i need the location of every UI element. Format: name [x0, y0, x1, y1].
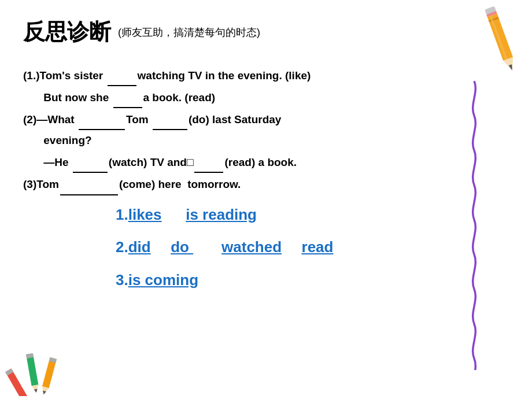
- blank-3-1: [60, 173, 118, 195]
- answer-2-read: read: [302, 238, 334, 256]
- answer-2-do: do: [171, 238, 193, 256]
- svg-marker-13: [32, 385, 40, 393]
- questions-section: (1.)Tom's sister watching TV in the even…: [23, 64, 509, 195]
- question-2a: (2)—What Tom (do) last Saturday: [23, 108, 509, 130]
- title-row: 反思诊断 (师友互助，搞清楚每句的时态): [23, 17, 509, 47]
- q2a-evening: evening?: [43, 134, 91, 146]
- q2b-text: —He (watch) TV and□ (read) a book.: [43, 156, 297, 168]
- blank-1-2: [113, 86, 142, 108]
- question-1: (1.)Tom's sister watching TV in the even…: [23, 64, 509, 86]
- blank-2-3: [73, 151, 108, 173]
- title-chinese: 反思诊断: [23, 17, 111, 47]
- title-subtitle: (师友互助，搞清楚每句的时态): [118, 25, 260, 39]
- answers-section: 1.likes is reading 2.did do watched read…: [23, 201, 509, 294]
- blank-2-2: [153, 108, 187, 130]
- q1-text: (1.)Tom's sister watching TV in the even…: [23, 69, 311, 82]
- answer-1: 1.likes is reading: [116, 201, 509, 228]
- q3-text: (3)Tom (come) here tomorrow.: [23, 178, 241, 190]
- answer-2-number: 2.: [116, 238, 128, 256]
- main-content: 反思诊断 (师友互助，搞清楚每句的时态) (1.)Tom's sister wa…: [0, 0, 532, 311]
- answer-3: 3.is coming: [116, 267, 509, 294]
- blank-2-1: [79, 108, 125, 130]
- answer-1-likes: likes: [128, 206, 162, 223]
- answer-1-is-reading: is reading: [186, 206, 257, 223]
- answer-3-number: 3.: [116, 271, 128, 289]
- question-2a-cont: evening?: [23, 130, 509, 151]
- q1b-text: But now she a book. (read): [43, 91, 215, 104]
- answer-3-is-coming: is coming: [128, 271, 198, 289]
- answer-2-did: did: [128, 238, 151, 256]
- question-3: (3)Tom (come) here tomorrow.: [23, 173, 509, 195]
- question-1b: But now she a book. (read): [23, 86, 509, 108]
- svg-marker-14: [34, 389, 38, 393]
- blank-2-4: [194, 151, 223, 173]
- blank-1-1: [108, 64, 136, 86]
- question-2b: —He (watch) TV and□ (read) a book.: [23, 151, 509, 173]
- q2a-text: (2)—What Tom (do) last Saturday: [23, 113, 281, 125]
- answer-2: 2.did do watched read: [116, 234, 509, 261]
- answer-2-watched: watched: [221, 238, 282, 256]
- answer-1-number: 1.: [116, 206, 128, 223]
